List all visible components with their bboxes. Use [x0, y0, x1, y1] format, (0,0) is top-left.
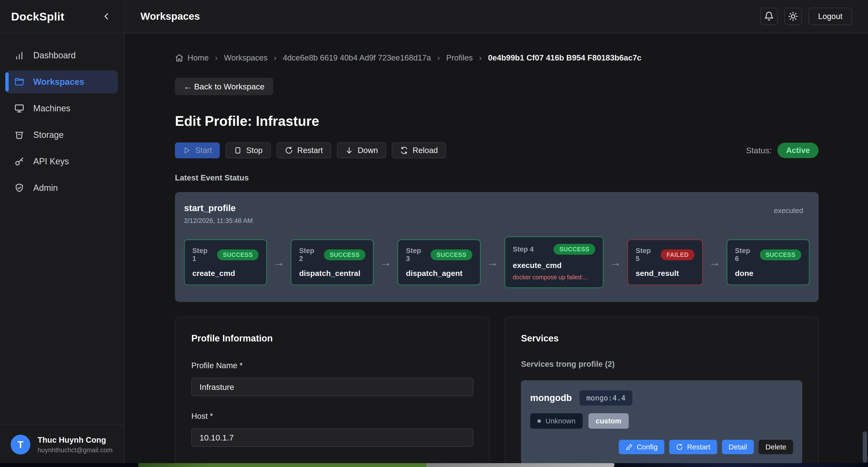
status-badge: Active	[777, 143, 818, 158]
breadcrumb-workspace-id[interactable]: 4dce6e8b 6619 40b4 Ad9f 723ee168d17a	[283, 53, 431, 62]
down-label: Down	[358, 146, 378, 155]
sidebar-collapse-button[interactable]	[99, 11, 113, 22]
step-label: Step 4	[513, 245, 534, 253]
shield-check-icon	[14, 183, 25, 193]
sidebar-item-label: Dashboard	[33, 50, 76, 61]
step-status-badge: SUCCESS	[760, 249, 801, 260]
user-info: Thuc Huynh Cong huynhthuchct@gmail.com	[38, 435, 113, 454]
sidebar-item-label: Machines	[33, 103, 70, 114]
step-name: send_result	[636, 269, 694, 278]
step-label: Step 1	[192, 247, 210, 263]
main-area: Workspaces Logout	[125, 0, 868, 467]
desktop-strip-segment	[426, 463, 615, 467]
down-button[interactable]: Down	[337, 143, 386, 158]
start-label: Start	[195, 146, 212, 155]
start-button[interactable]: Start	[175, 143, 220, 158]
step-card-1: Step 1SUCCESS create_cmd	[184, 240, 267, 285]
content: Home Workspaces 4dce6e8b 6619 40b4 Ad9f …	[125, 33, 868, 467]
profile-name-input[interactable]	[191, 378, 473, 396]
step-card-6: Step 6SUCCESS done	[727, 240, 809, 285]
notifications-button[interactable]	[760, 8, 778, 25]
breadcrumb-workspaces[interactable]: Workspaces	[224, 53, 268, 62]
sidebar-item-api-keys[interactable]: API Keys	[6, 150, 118, 173]
topbar: Workspaces Logout	[125, 0, 868, 33]
event-header: start_profile 2/12/2026, 11:35:48 AM exe…	[184, 203, 809, 225]
host-input[interactable]	[191, 429, 473, 447]
service-status-text: Unknown	[545, 417, 576, 425]
arrow-down-icon	[345, 146, 353, 154]
status-dot-icon	[537, 419, 541, 423]
sidebar-item-dashboard[interactable]: Dashboard	[6, 44, 118, 67]
service-config-label: Config	[637, 443, 658, 451]
step-name: execute_cmd	[513, 261, 595, 270]
profile-actions-row: Start Stop Restart	[175, 143, 818, 158]
event-title-block: start_profile 2/12/2026, 11:35:48 AM	[184, 203, 253, 225]
step-name: done	[735, 269, 801, 278]
stop-button[interactable]: Stop	[225, 143, 271, 158]
service-config-button[interactable]: Config	[619, 440, 664, 454]
scrollbar-thumb[interactable]	[863, 431, 867, 463]
status-area: Status: Active	[746, 143, 818, 158]
step-card-4: Step 4SUCCESS execute_cmd docker compose…	[505, 237, 603, 288]
back-to-workspace-button[interactable]: ← Back to Workspace	[175, 78, 273, 95]
page-header-title: Workspaces	[141, 10, 200, 22]
sidebar-item-label: Storage	[33, 130, 64, 140]
step-label: Step 2	[299, 247, 317, 263]
reload-button[interactable]: Reload	[392, 143, 446, 158]
chevron-right-icon	[274, 53, 276, 62]
step-label: Step 6	[735, 247, 753, 263]
sidebar-item-label: Admin	[33, 183, 58, 193]
restart-button[interactable]: Restart	[277, 143, 331, 158]
play-icon	[183, 146, 191, 154]
step-name: dispatch_agent	[406, 269, 472, 278]
theme-toggle-button[interactable]	[784, 8, 802, 25]
sidebar-item-storage[interactable]: Storage	[6, 123, 118, 147]
step-status-badge: SUCCESS	[324, 249, 365, 260]
restart-icon	[285, 146, 293, 154]
logout-button[interactable]: Logout	[808, 8, 852, 25]
app-logo: DockSplit	[11, 10, 64, 23]
sidebar-item-machines[interactable]: Machines	[6, 97, 118, 120]
desktop-strip-segment	[0, 463, 138, 467]
reload-icon	[400, 146, 408, 154]
step-card-2: Step 2SUCCESS dispatch_central	[291, 240, 373, 285]
restart-label: Restart	[298, 146, 323, 155]
latest-event-section-title: Latest Event Status	[175, 173, 818, 182]
breadcrumb-profiles[interactable]: Profiles	[446, 53, 473, 62]
step-card-5: Step 5FAILED send_result	[627, 240, 703, 285]
event-state: executed	[774, 207, 803, 215]
desktop-strip-segment	[138, 463, 426, 467]
desktop-background-strip	[0, 463, 868, 467]
service-restart-label: Restart	[687, 443, 710, 451]
chevron-left-icon	[101, 11, 112, 22]
reload-label: Reload	[412, 146, 438, 155]
sidebar-header: DockSplit	[0, 0, 124, 33]
profile-action-buttons: Start Stop Restart	[175, 143, 446, 158]
step-label: Step 5	[636, 247, 654, 263]
sidebar-item-workspaces[interactable]: Workspaces	[6, 70, 118, 93]
sidebar: DockSplit Dashboard Workspaces	[0, 0, 125, 467]
breadcrumb-profile-id: 0e4b99b1 Cf07 416b B954 F80183b6ac7c	[488, 53, 642, 62]
arrow-right-icon	[487, 257, 498, 268]
step-status-badge: SUCCESS	[217, 249, 258, 260]
service-delete-button[interactable]: Delete	[758, 440, 793, 454]
folder-icon	[14, 76, 25, 87]
event-steps: Step 1SUCCESS create_cmd Step 2SUCCESS d…	[184, 237, 809, 288]
service-detail-button[interactable]: Detail	[722, 440, 754, 454]
service-restart-button[interactable]: Restart	[669, 440, 717, 454]
stop-label: Stop	[246, 146, 263, 155]
event-timestamp: 2/12/2026, 11:35:48 AM	[184, 217, 253, 225]
service-actions: Config Restart Detail Delete	[530, 440, 793, 454]
bar-chart-icon	[14, 50, 25, 61]
bell-icon	[764, 11, 774, 22]
service-image-badge: mongo:4.4	[580, 391, 632, 406]
key-icon	[14, 156, 25, 167]
sidebar-nav: Dashboard Workspaces Machines Storage	[0, 33, 124, 199]
sidebar-item-admin[interactable]: Admin	[6, 177, 118, 199]
user-profile-section[interactable]: T Thuc Huynh Cong huynhthuchct@gmail.com	[0, 425, 124, 467]
service-status-badge: Unknown	[530, 413, 583, 429]
desktop-strip-segment	[615, 463, 868, 467]
user-name: Thuc Huynh Cong	[38, 435, 113, 444]
services-panel: Services Services trong profile (2) mong…	[505, 317, 818, 467]
breadcrumb-home[interactable]: Home	[175, 53, 209, 62]
